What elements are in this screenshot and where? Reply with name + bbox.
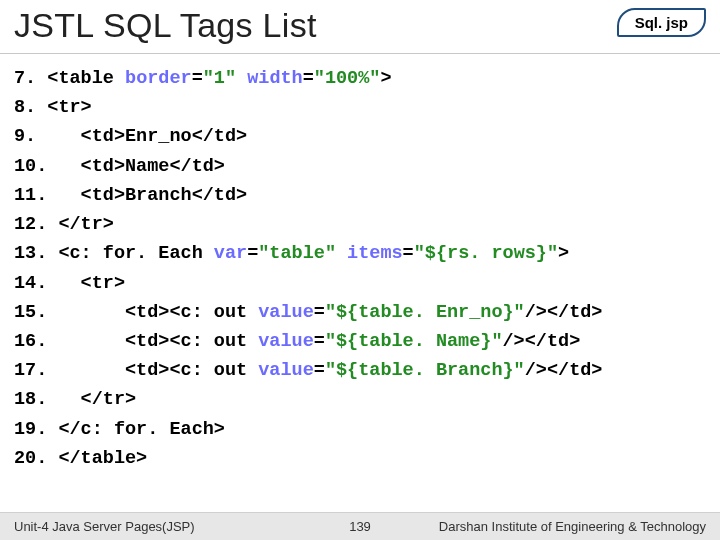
unit-label: Unit-4 Java Server Pages(JSP): [14, 519, 195, 534]
code-line: 12. </tr>: [14, 210, 706, 239]
page-number: 139: [349, 519, 371, 534]
code-line: 15. <td><c: out value="${table. Enr_no}"…: [14, 298, 706, 327]
code-line: 20. </table>: [14, 444, 706, 473]
code-line: 17. <td><c: out value="${table. Branch}"…: [14, 356, 706, 385]
code-line: 18. </tr>: [14, 385, 706, 414]
page-title: JSTL SQL Tags List: [14, 6, 317, 45]
code-line: 8. <tr>: [14, 93, 706, 122]
code-line: 10. <td>Name</td>: [14, 152, 706, 181]
code-line: 16. <td><c: out value="${table. Name}"/>…: [14, 327, 706, 356]
filename-badge: Sql. jsp: [617, 8, 706, 37]
slide-header: JSTL SQL Tags List Sql. jsp: [0, 0, 720, 54]
code-line: 7. <table border="1" width="100%">: [14, 64, 706, 93]
code-line: 13. <c: for. Each var="table" items="${r…: [14, 239, 706, 268]
slide-footer: Unit-4 Java Server Pages(JSP) 139 Darsha…: [0, 512, 720, 540]
code-block: 7. <table border="1" width="100%">8. <tr…: [0, 54, 720, 473]
code-line: 9. <td>Enr_no</td>: [14, 122, 706, 151]
code-line: 19. </c: for. Each>: [14, 415, 706, 444]
institute-label: Darshan Institute of Engineering & Techn…: [439, 519, 706, 534]
code-line: 14. <tr>: [14, 269, 706, 298]
code-line: 11. <td>Branch</td>: [14, 181, 706, 210]
